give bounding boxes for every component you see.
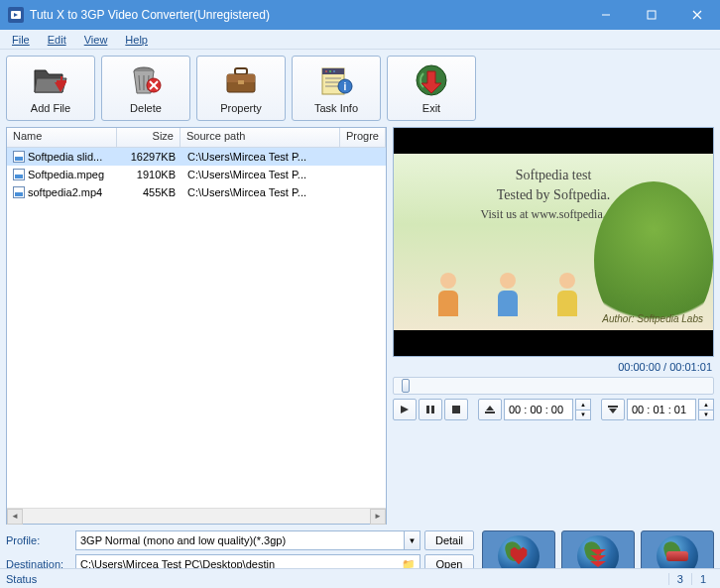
- profile-combo[interactable]: 3GP Normal (mono and low quality)(*.3gp)…: [75, 530, 420, 550]
- property-button[interactable]: Property: [196, 56, 286, 121]
- exit-label: Exit: [422, 102, 440, 114]
- play-button[interactable]: [393, 399, 417, 420]
- svg-marker-38: [609, 409, 617, 413]
- scroll-left-button[interactable]: ◄: [7, 509, 23, 525]
- add-file-button[interactable]: Add File: [6, 56, 95, 121]
- status-count-total: 3: [668, 573, 691, 585]
- status-count-selected: 1: [691, 573, 714, 585]
- profile-value: 3GP Normal (mono and low quality)(*.3gp): [80, 534, 286, 546]
- horizontal-scrollbar[interactable]: ◄ ►: [7, 508, 386, 524]
- cell-path: C:\Users\Mircea Test P...: [181, 168, 342, 181]
- task-info-button[interactable]: i Task Info: [292, 56, 381, 121]
- cell-size: 455KB: [118, 185, 181, 199]
- start-time-spinner[interactable]: ▲▼: [575, 399, 591, 420]
- table-row[interactable]: Softpedia slid...16297KBC:\Users\Mircea …: [7, 148, 386, 166]
- download-icon: [587, 545, 609, 567]
- stop-button[interactable]: [444, 399, 468, 420]
- col-size[interactable]: Size: [117, 128, 180, 147]
- video-file-icon: [13, 151, 25, 163]
- svg-rect-35: [485, 412, 495, 413]
- menu-help[interactable]: Help: [117, 32, 156, 48]
- menubar: File Edit View Help: [0, 30, 720, 50]
- statusbar: Status 3 1: [0, 568, 720, 588]
- profile-label: Profile:: [6, 534, 71, 546]
- cell-name: Softpedia slid...: [7, 150, 118, 164]
- minimize-button[interactable]: [583, 0, 629, 30]
- set-end-button[interactable]: [601, 399, 625, 420]
- svg-marker-39: [590, 549, 606, 555]
- svg-point-23: [333, 70, 335, 72]
- svg-point-22: [329, 70, 331, 72]
- menu-file[interactable]: File: [4, 32, 38, 48]
- delete-button[interactable]: Delete: [101, 56, 190, 121]
- svg-text:i: i: [344, 81, 347, 92]
- trash-icon: [128, 62, 164, 98]
- preview-subtitle: Tested by Softpedia.: [497, 187, 611, 203]
- end-time-input[interactable]: 00 : 01 : 01: [627, 399, 696, 420]
- svg-marker-31: [401, 406, 409, 413]
- folder-add-icon: [33, 62, 68, 98]
- svg-marker-36: [486, 406, 494, 411]
- svg-rect-37: [608, 406, 618, 408]
- window-title: Tutu X to 3GP Video Converter(Unregister…: [30, 8, 583, 22]
- preview-author: Author: Softpedia Labs: [602, 313, 703, 324]
- app-icon: [8, 7, 24, 23]
- svg-point-21: [325, 70, 327, 72]
- svg-rect-32: [426, 406, 429, 413]
- video-file-icon: [13, 169, 25, 180]
- time-display: 00:00:00 / 00:01:01: [393, 361, 714, 373]
- cell-path: C:\Users\Mircea Test P...: [181, 185, 342, 199]
- svg-marker-40: [590, 555, 606, 561]
- svg-rect-33: [431, 406, 434, 413]
- preview-title: Softpedia test: [516, 168, 592, 183]
- svg-rect-18: [238, 80, 244, 84]
- chevron-down-icon[interactable]: ▼: [404, 531, 420, 549]
- col-name[interactable]: Name: [7, 128, 117, 147]
- svg-rect-34: [452, 406, 460, 413]
- heart-icon: [508, 545, 530, 567]
- property-label: Property: [220, 102, 262, 114]
- start-time-input[interactable]: 00 : 00 : 00: [504, 399, 573, 420]
- close-button[interactable]: [674, 0, 720, 30]
- table-row[interactable]: Softpedia.mpeg1910KBC:\Users\Mircea Test…: [7, 166, 386, 183]
- menu-view[interactable]: View: [76, 32, 116, 48]
- maximize-button[interactable]: [629, 0, 674, 30]
- table-header: Name Size Source path Progre: [7, 128, 386, 148]
- file-table: Name Size Source path Progre Softpedia s…: [6, 127, 387, 525]
- cell-size: 16297KB: [118, 150, 181, 164]
- video-file-icon: [13, 186, 25, 198]
- exit-icon: [414, 62, 449, 98]
- task-info-label: Task Info: [314, 102, 358, 114]
- menu-edit[interactable]: Edit: [40, 32, 74, 48]
- svg-rect-3: [648, 11, 656, 19]
- svg-marker-41: [590, 561, 606, 567]
- svg-rect-7: [60, 76, 62, 86]
- scroll-right-button[interactable]: ►: [370, 509, 386, 525]
- minus-icon: [666, 545, 688, 567]
- set-start-button[interactable]: [478, 399, 502, 420]
- toolbar: Add File Delete Property i Task Info Exi…: [6, 56, 714, 121]
- col-progress[interactable]: Progre: [340, 128, 386, 147]
- cell-size: 1910KB: [118, 168, 181, 181]
- titlebar: Tutu X to 3GP Video Converter(Unregister…: [0, 0, 720, 30]
- delete-label: Delete: [130, 102, 162, 114]
- seek-slider[interactable]: [393, 377, 714, 395]
- task-info-icon: i: [318, 62, 354, 98]
- detail-button[interactable]: Detail: [424, 530, 474, 550]
- cell-path: C:\Users\Mircea Test P...: [181, 150, 342, 164]
- pause-button[interactable]: [419, 399, 442, 420]
- cell-name: softpedia2.mp4: [7, 185, 118, 199]
- seek-thumb[interactable]: [402, 379, 410, 393]
- briefcase-icon: [223, 62, 259, 98]
- col-path[interactable]: Source path: [180, 128, 340, 147]
- add-file-label: Add File: [31, 102, 70, 114]
- status-label: Status: [6, 573, 668, 585]
- svg-rect-15: [235, 68, 247, 74]
- exit-button[interactable]: Exit: [387, 56, 476, 121]
- table-row[interactable]: softpedia2.mp4455KBC:\Users\Mircea Test …: [7, 183, 386, 201]
- cell-name: Softpedia.mpeg: [7, 168, 118, 181]
- end-time-spinner[interactable]: ▲▼: [698, 399, 714, 420]
- video-preview: Softpedia test Tested by Softpedia. Visi…: [393, 127, 714, 357]
